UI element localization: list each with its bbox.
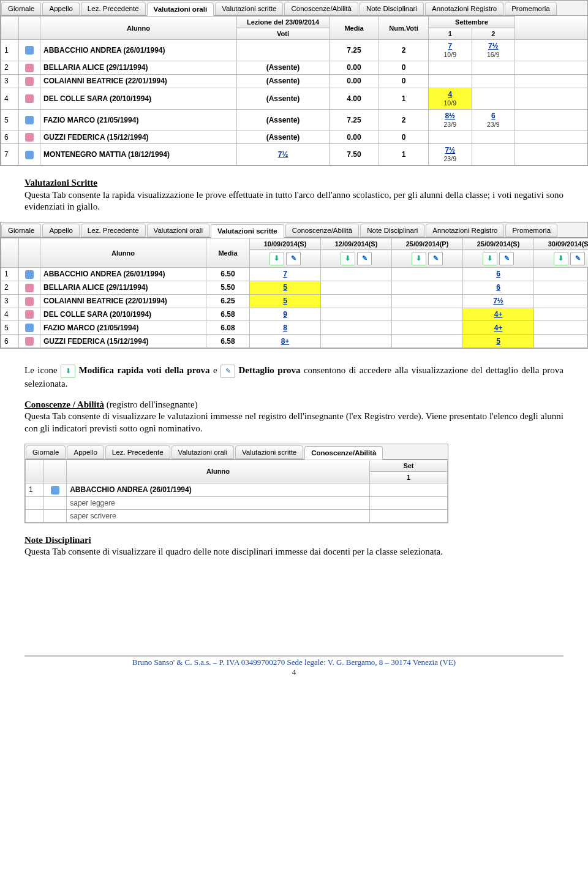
avatar-icon: [25, 270, 34, 279]
grade-link[interactable]: 5: [283, 297, 287, 305]
download-icon[interactable]: ⬇: [483, 252, 497, 265]
col-date: 30/09/2014(S): [534, 238, 589, 250]
download-icon[interactable]: ⬇: [341, 252, 355, 265]
tab-promemoria[interactable]: Promemoria: [505, 224, 557, 237]
grade-link[interactable]: 8: [283, 324, 287, 332]
avatar-icon: [25, 337, 34, 346]
tab-appello[interactable]: Appello: [67, 446, 104, 459]
section-note: Note Disciplinari Questa Tab consente di…: [24, 534, 564, 558]
grade-link[interactable]: 5: [283, 283, 287, 292]
section-vs-title: Valutazioni Scritte Questa Tab consente …: [24, 177, 564, 213]
avatar-icon: [25, 151, 34, 159]
download-icon[interactable]: ⬇: [270, 252, 284, 265]
tab-lez-precedente[interactable]: Lez. Precedente: [105, 446, 170, 459]
table-row: 3COLAIANNI BEATRICE (22/01/1994)6.2557½: [1, 294, 589, 308]
grade-link[interactable]: 9: [283, 310, 287, 319]
col-set: Set: [369, 460, 447, 471]
col-month: Settembre: [429, 17, 515, 28]
student-name: ABBACCHIO ANDREA (26/01/1994): [67, 483, 370, 496]
col-d1: 1: [429, 28, 472, 40]
grade-link[interactable]: 8+: [281, 337, 290, 346]
screenshot-skills: GiornaleAppelloLez. PrecedenteValutazion…: [24, 444, 448, 523]
grade-link[interactable]: 6: [496, 270, 500, 278]
table-row: 5FAZIO MARCO (21/05/1994)6.0884+: [1, 321, 589, 335]
col-date: 25/09/2014(P): [392, 238, 463, 250]
grade-link[interactable]: 7½: [493, 297, 503, 305]
tab-annotazioni-registro[interactable]: Annotazioni Registro: [426, 224, 504, 237]
edit-icon[interactable]: ✎: [428, 252, 443, 265]
grade-link[interactable]: 5: [496, 337, 500, 346]
tab-conoscenze-abilit-[interactable]: Conoscenze/Abilità: [284, 2, 358, 15]
grade-link[interactable]: 6: [496, 283, 500, 292]
grade-link[interactable]: 7½: [278, 150, 288, 159]
screenshot-oral-grades: GiornaleAppelloLez. PrecedenteValutazion…: [0, 0, 588, 166]
grade-link[interactable]: 7½: [488, 42, 499, 50]
table-row: 6GUZZI FEDERICA (15/12/1994)6.588+5: [1, 335, 589, 348]
tab-note-disciplinari[interactable]: Note Disciplinari: [360, 2, 424, 15]
grade-link[interactable]: 7: [448, 42, 452, 50]
table-row: 4DEL COLLE SARA (20/10/1994)6.5894+: [1, 308, 589, 321]
tab-annotazioni-registro[interactable]: Annotazioni Registro: [425, 2, 503, 15]
avatar-icon: [25, 297, 34, 306]
tab-valutazioni-orali[interactable]: Valutazioni orali: [147, 224, 209, 237]
grade-link[interactable]: 7: [283, 270, 287, 278]
edit-icon: ✎: [221, 365, 235, 378]
grade-link[interactable]: 4+: [494, 324, 503, 332]
avatar-icon: [25, 310, 34, 319]
tab-conoscenze-abilit-[interactable]: Conoscenze/Abilità: [304, 446, 383, 460]
col-lezione: Lezione del 23/09/2014: [237, 17, 330, 28]
edit-icon[interactable]: ✎: [570, 252, 585, 265]
table-row: 6GUZZI FEDERICA (15/12/1994)(Assente)0.0…: [1, 131, 588, 144]
table-row: 1ABBACCHIO ANDREA (26/01/1994)7.252710/9…: [1, 40, 588, 61]
tab-giornale[interactable]: Giornale: [26, 446, 66, 459]
tab-giornale[interactable]: Giornale: [1, 2, 41, 15]
grade-link[interactable]: 8½: [445, 112, 455, 120]
col-date: 10/09/2014(S): [250, 238, 321, 250]
tab-valutazioni-scritte[interactable]: Valutazioni scritte: [215, 2, 283, 15]
col-numvoti: Num.Voti: [379, 17, 429, 40]
tab-appello[interactable]: Appello: [42, 224, 79, 237]
grade-link[interactable]: 7½: [445, 146, 455, 154]
tab-valutazioni-orali[interactable]: Valutazioni orali: [147, 2, 214, 16]
avatar-icon: [25, 46, 34, 55]
table-row: 1 ABBACCHIO ANDREA (26/01/1994): [26, 483, 448, 496]
page-number: 4: [292, 667, 296, 677]
table-row: 2BELLARIA ALICE (29/11/1994)5.5056: [1, 281, 589, 294]
download-icon[interactable]: ⬇: [412, 252, 426, 265]
grade-link[interactable]: 4: [448, 90, 452, 99]
col-media: Media: [206, 238, 250, 268]
col-alunno: Alunno: [40, 17, 237, 40]
tab-giornale[interactable]: Giornale: [1, 224, 41, 237]
edit-icon[interactable]: ✎: [286, 252, 301, 265]
tab-valutazioni-scritte[interactable]: Valutazioni scritte: [211, 224, 284, 238]
avatar-icon: [51, 486, 59, 495]
table-row: 1ABBACCHIO ANDREA (26/01/1994)6.5076: [1, 268, 589, 281]
download-icon[interactable]: ⬇: [554, 252, 568, 265]
screenshot-written-grades: GiornaleAppelloLez. PrecedenteValutazion…: [0, 222, 588, 349]
footer: Bruno Sanso' & C. S.a.s. – P. IVA 034997…: [24, 656, 564, 677]
tab-valutazioni-scritte[interactable]: Valutazioni scritte: [235, 446, 303, 459]
avatar-icon: [25, 133, 34, 142]
section-vs-body: Questa Tab consente la rapida visualizza…: [24, 190, 564, 211]
tab-appello[interactable]: Appello: [42, 2, 79, 15]
section-note-body: Questa Tab consente di visualizzare il q…: [24, 547, 443, 556]
table-row: 4DEL COLLE SARA (20/10/1994)(Assente)4.0…: [1, 88, 588, 109]
grade-link[interactable]: 6: [491, 112, 496, 120]
tab-lez-precedente[interactable]: Lez. Precedente: [81, 2, 146, 15]
tab-valutazioni-orali[interactable]: Valutazioni orali: [172, 446, 234, 459]
avatar-icon: [25, 64, 34, 72]
edit-icon[interactable]: ✎: [357, 252, 372, 265]
table-row: 3COLAIANNI BEATRICE (22/01/1994)(Assente…: [1, 74, 588, 88]
grade-link[interactable]: 4+: [494, 310, 503, 319]
col-d2: 2: [472, 28, 515, 40]
tab-lez-precedente[interactable]: Lez. Precedente: [81, 224, 146, 237]
skill-row: saper leggere: [26, 496, 448, 509]
section-ca: Conoscenze / Abilità (registro dell'inse…: [24, 399, 564, 434]
edit-icon[interactable]: ✎: [499, 252, 514, 265]
col-date: 12/09/2014(S): [321, 238, 392, 250]
avatar-icon: [25, 94, 34, 103]
table-row: 5FAZIO MARCO (21/05/1994)(Assente)7.2528…: [1, 109, 588, 131]
tab-note-disciplinari[interactable]: Note Disciplinari: [360, 224, 424, 237]
tab-conoscenze-abilit-[interactable]: Conoscenze/Abilità: [285, 224, 359, 237]
tab-promemoria[interactable]: Promemoria: [505, 2, 557, 15]
